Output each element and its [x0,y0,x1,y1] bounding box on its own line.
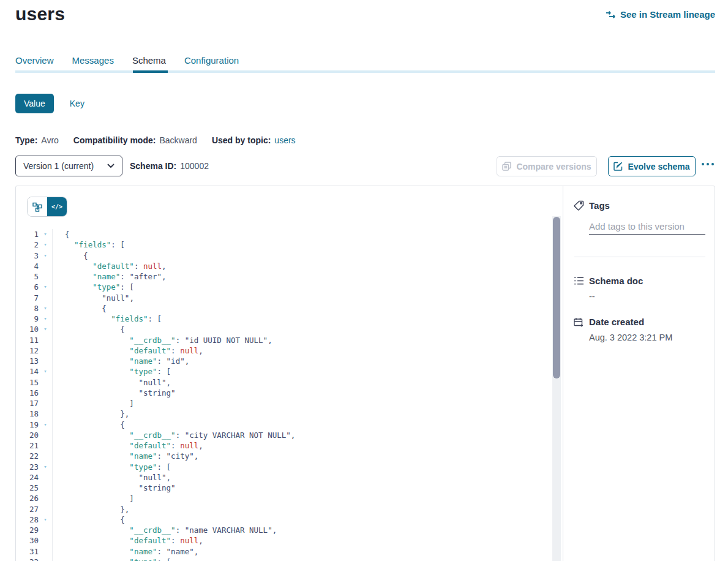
code-line: 7 "null", [16,293,552,303]
compare-versions-label: Compare versions [516,162,591,171]
line-number: 10 [16,324,39,334]
code-view-icon: </> [51,203,62,210]
fold-gutter-spacer [39,493,52,503]
code-line: 11 "__crdb__": "id UUID NOT NULL", [16,335,552,345]
code-line-text: "type": [ [52,557,171,561]
code-line: 28▾ { [16,514,552,525]
code-line: 29 "__crdb__": "name VARCHAR NULL", [16,525,552,535]
code-line: 5 "name": "after", [16,271,552,282]
fold-toggle-icon[interactable]: ▾ [39,303,52,314]
ellipsis-dot [707,163,709,165]
schema-doc-heading: Schema doc [589,276,643,286]
version-select[interactable]: Version 1 (current) [15,156,122,176]
compatibility-label: Compatibility mode: [73,135,156,145]
code-line-text: "string" [52,388,176,398]
line-number: 18 [16,409,39,419]
line-number: 28 [16,514,39,525]
code-line-text: { [52,303,107,314]
tab-configuration[interactable]: Configuration [184,55,239,66]
fold-gutter-spacer [39,377,52,388]
code-line-text: ] [52,493,134,503]
fold-toggle-icon[interactable]: ▾ [39,324,52,334]
line-number: 12 [16,345,39,356]
compare-versions-button[interactable]: Compare versions [497,156,597,176]
line-number: 7 [16,293,39,303]
line-number: 16 [16,388,39,398]
tab-schema[interactable]: Schema [132,55,166,66]
fold-toggle-icon[interactable]: ▾ [39,282,52,292]
code-line-text: ] [52,398,134,409]
line-number: 3 [16,250,39,261]
fold-gutter-spacer [39,525,52,535]
line-number: 13 [16,356,39,366]
fold-toggle-icon[interactable]: ▾ [39,229,52,239]
tab-overview[interactable]: Overview [15,55,54,66]
code-line-text: { [52,229,70,239]
line-number: 32 [16,557,39,561]
line-number: 1 [16,229,39,239]
line-number: 21 [16,440,39,451]
code-line: 23▾ "type": [ [16,462,552,472]
code-line-text: "default": null, [52,345,203,356]
fold-gutter-spacer [39,388,52,398]
value-toggle-button[interactable]: Value [15,94,54,113]
code-line-text: "default": null, [52,261,167,271]
code-line-text: "__crdb__": "id UUID NOT NULL", [52,335,272,345]
line-number: 23 [16,462,39,472]
code-line-text: "fields": [ [52,314,162,324]
tags-input[interactable] [589,218,705,235]
tab-bar: Overview Messages Schema Configuration [15,55,239,66]
code-line-text: { [52,324,125,334]
code-line-text: "null", [52,472,171,483]
line-number: 27 [16,504,39,514]
fold-gutter-spacer [39,483,52,493]
line-number: 6 [16,282,39,292]
fold-toggle-icon[interactable]: ▾ [39,250,52,261]
ellipsis-dot [702,163,704,165]
schema-page: { "header": { "title": "users", "lineage… [0,0,728,561]
fold-toggle-icon[interactable]: ▾ [39,239,52,250]
fold-toggle-icon[interactable]: ▾ [39,462,52,472]
fold-toggle-icon[interactable]: ▾ [39,366,52,377]
code-line-text: "null", [52,377,171,388]
fold-toggle-icon[interactable]: ▾ [39,314,52,324]
code-line: 26 ] [16,493,552,503]
code-line-text: "name": "city", [52,451,198,461]
code-line: 30 "default": null, [16,535,552,546]
schema-id-value: 100002 [180,161,209,171]
sidebar-section-divider [574,257,705,257]
evolve-schema-button[interactable]: Evolve schema [608,156,696,176]
fold-toggle-icon[interactable]: ▾ [39,420,52,430]
key-toggle-button[interactable]: Key [70,99,84,108]
compatibility-value: Backward [159,135,197,145]
code-line-text: "type": [ [52,366,171,377]
more-options-button[interactable] [702,163,714,165]
code-line-text: "null", [52,293,134,303]
compare-versions-icon [502,162,511,171]
stream-lineage-label: See in Stream lineage [620,9,715,20]
code-line: 21 "default": null, [16,440,552,451]
editor-scrollbar-thumb[interactable] [553,217,560,378]
fold-toggle-icon[interactable]: ▾ [39,557,52,561]
line-number: 20 [16,430,39,440]
line-number: 14 [16,366,39,377]
fold-gutter-spacer [39,451,52,461]
line-number: 17 [16,398,39,409]
tree-view-button[interactable] [28,197,47,216]
code-line: 13 "name": "id", [16,356,552,366]
fold-gutter-spacer [39,261,52,271]
stream-lineage-link[interactable]: See in Stream lineage [606,9,715,20]
code-view-button[interactable]: </> [47,197,67,216]
schema-meta-row: Type:Avro Compatibility mode:Backward Us… [15,135,310,145]
topic-link[interactable]: users [274,135,295,145]
schema-doc-value: -- [589,292,595,301]
editor-scrollbar-track[interactable] [552,216,561,561]
code-line: 9▾ "fields": [ [16,314,552,324]
fold-gutter-spacer [39,409,52,419]
tab-messages[interactable]: Messages [72,55,114,66]
fold-toggle-icon[interactable]: ▾ [39,514,52,525]
code-line: 32▾ "type": [ [16,557,552,561]
schema-card: </> 1▾{2▾ "fields": [3▾ {4 "default": nu… [15,186,715,561]
schema-id: Schema ID:100002 [130,161,209,171]
chevron-down-icon [107,164,114,168]
